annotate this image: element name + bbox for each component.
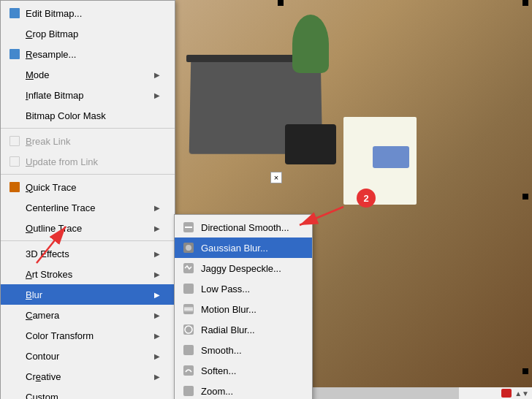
submenu-arrow: ▶ <box>154 332 160 340</box>
submenu-item-label: Jaggy Despeckle... <box>201 263 281 274</box>
separator-3 <box>1 240 175 241</box>
handle-top-right[interactable] <box>522 0 528 6</box>
context-menu-main: Edit Bitmap... Crop Bitmap Resample... M… <box>0 0 175 399</box>
submenu-arrow: ▶ <box>154 311 160 319</box>
submenu-item-label: Directional Smooth... <box>201 222 289 233</box>
submenu-arrow: ▶ <box>154 352 160 360</box>
menu-item-label: Contour <box>26 351 154 362</box>
submenu-item-label: Radial Blur... <box>201 324 255 335</box>
menu-item-art-strokes[interactable]: Art Strokes ▶ <box>1 264 175 284</box>
submenu-item-low-pass[interactable]: Low Pass... <box>175 278 312 299</box>
submenu-item-gaussian-blur[interactable]: Gaussian Blur... <box>175 238 312 258</box>
resample-icon <box>7 47 23 61</box>
menu-item-contour[interactable]: Contour ▶ <box>1 346 175 366</box>
submenu-arrow: ▶ <box>154 291 160 299</box>
edit-bitmap-icon <box>7 6 23 20</box>
menu-item-centerline-trace[interactable]: Centerline Trace ▶ <box>1 197 175 218</box>
gaussian-blur-icon <box>180 240 197 255</box>
menu-item-label: Edit Bitmap... <box>26 8 160 19</box>
menu-item-label: Bitmap Color Mask <box>26 110 160 121</box>
menu-item-quick-trace[interactable]: Quick Trace <box>1 177 175 197</box>
menu-item-label: Outline Trace <box>26 223 154 234</box>
submenu-arrow: ▶ <box>154 91 160 99</box>
svg-point-3 <box>186 245 191 251</box>
color-transform-icon <box>7 328 23 343</box>
menu-item-camera[interactable]: Camera ▶ <box>1 305 175 325</box>
color-mask-icon <box>7 108 23 123</box>
menu-item-label: Art Strokes <box>26 269 154 280</box>
menu-item-custom[interactable]: Custom <box>1 387 175 399</box>
submenu-item-jaggy-despeckle[interactable]: Jaggy Despeckle... <box>175 258 312 278</box>
centerline-trace-icon <box>7 200 23 215</box>
submenu-item-label: Smooth... <box>201 345 242 356</box>
menu-item-label: Inflate Bitmap <box>26 90 154 101</box>
art-strokes-icon <box>7 267 23 281</box>
handle-bottom-right[interactable] <box>522 368 528 374</box>
mode-icon <box>7 67 23 82</box>
submenu-item-label: Soften... <box>201 365 236 376</box>
quick-trace-icon <box>7 180 23 194</box>
menu-item-creative[interactable]: Creative ▶ <box>1 366 175 387</box>
3d-effects-icon <box>7 246 23 261</box>
menu-item-label: Crop Bitmap <box>26 28 160 39</box>
menu-item-label: Resample... <box>26 49 160 60</box>
menu-item-label: Color Transform <box>26 330 154 341</box>
menu-item-label: Centerline Trace <box>26 202 154 213</box>
submenu-item-label: Zoom... <box>201 386 233 397</box>
smooth-icon <box>180 343 197 357</box>
jaggy-despeckle-icon <box>180 261 197 276</box>
menu-item-blur[interactable]: Blur ▶ <box>1 284 175 305</box>
submenu-item-soften[interactable]: Soften... <box>175 360 312 381</box>
separator-2 <box>1 174 175 175</box>
menu-item-3d-effects[interactable]: 3D Effects ▶ <box>1 243 175 264</box>
camera-icon <box>7 308 23 322</box>
menu-item-label: 3D Effects <box>26 248 154 259</box>
separator-1 <box>1 128 175 129</box>
submenu-item-smooth[interactable]: Smooth... <box>175 340 312 360</box>
soften-icon <box>180 363 197 378</box>
creative-icon <box>7 369 23 384</box>
menu-item-label: Mode <box>26 69 154 80</box>
menu-item-bitmap-color-mask[interactable]: Bitmap Color Mask <box>1 105 175 126</box>
handle-mid-right[interactable] <box>522 194 528 200</box>
submenu-item-directional-smooth[interactable]: Directional Smooth... <box>175 217 312 238</box>
menu-item-color-transform[interactable]: Color Transform ▶ <box>1 325 175 346</box>
submenu-arrow: ▶ <box>154 224 160 232</box>
annotation-2: 2 <box>357 189 376 208</box>
submenu-arrow: ▶ <box>154 204 160 212</box>
annotation-2-number: 2 <box>363 193 368 204</box>
menu-item-inflate-bitmap[interactable]: Inflate Bitmap ▶ <box>1 85 175 105</box>
contour-icon <box>7 349 23 363</box>
submenu-item-label: Motion Blur... <box>201 304 256 315</box>
menu-item-label: Update from Link <box>26 156 160 167</box>
blur-submenu: Directional Smooth... Gaussian Blur... J… <box>174 214 313 399</box>
submenu-item-motion-blur[interactable]: Motion Blur... <box>175 299 312 319</box>
zoom-icon <box>180 384 197 398</box>
svg-rect-14 <box>183 386 194 396</box>
submenu-arrow: ▶ <box>154 373 160 381</box>
handle-top-left[interactable] <box>278 0 284 6</box>
submenu-item-zoom[interactable]: Zoom... <box>175 381 312 399</box>
menu-item-mode[interactable]: Mode ▶ <box>1 64 175 85</box>
svg-rect-5 <box>183 284 194 294</box>
low-pass-icon <box>180 281 197 296</box>
menu-item-label: Blur <box>26 289 154 300</box>
menu-item-crop-bitmap[interactable]: Crop Bitmap <box>1 23 175 44</box>
menu-item-label: Custom <box>26 392 160 400</box>
delete-image-button[interactable]: × <box>270 172 282 183</box>
menu-item-resample[interactable]: Resample... <box>1 44 175 64</box>
update-link-icon <box>7 154 23 169</box>
inflate-icon <box>7 88 23 102</box>
break-link-icon <box>7 134 23 148</box>
custom-icon <box>7 390 23 399</box>
crop-icon <box>7 26 23 41</box>
menu-item-outline-trace[interactable]: Outline Trace ▶ <box>1 218 175 238</box>
radial-blur-icon <box>180 322 197 337</box>
status-icon-red <box>501 389 512 398</box>
blur-icon <box>7 287 23 302</box>
motion-blur-icon <box>180 302 197 316</box>
menu-item-edit-bitmap[interactable]: Edit Bitmap... <box>1 3 175 23</box>
submenu-item-radial-blur[interactable]: Radial Blur... <box>175 319 312 340</box>
directional-smooth-icon <box>180 220 197 235</box>
menu-item-label: Camera <box>26 310 154 321</box>
